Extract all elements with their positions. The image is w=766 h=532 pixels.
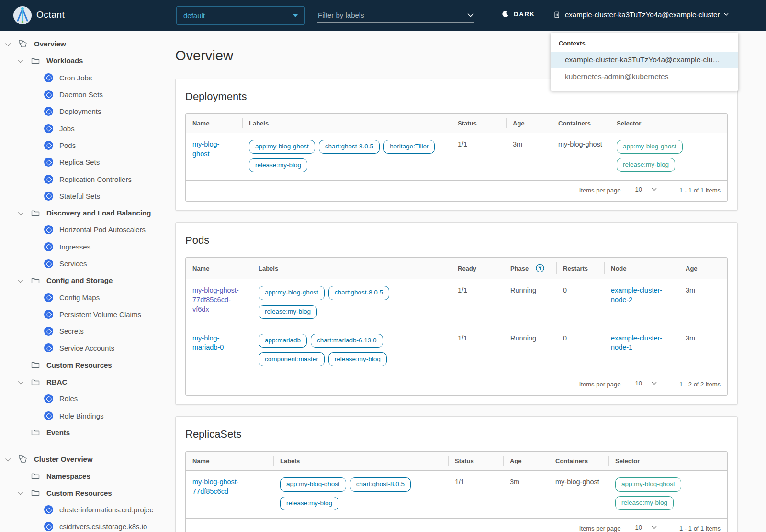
sidebar-item-roles[interactable]: Roles	[0, 390, 166, 407]
age-cell: 3m	[506, 133, 552, 181]
sidebar-item-cluster-overview[interactable]: Cluster Overview	[0, 451, 166, 467]
selector-badge: app:my-blog-ghost	[615, 477, 681, 491]
column-header-phase: Phase	[504, 258, 556, 279]
items-per-page-select[interactable]: 10	[631, 379, 659, 389]
pagination-range: 1 - 1 of 1 items	[679, 187, 721, 194]
items-per-page-select[interactable]: 10	[631, 523, 659, 532]
sidebar-item-rbac[interactable]: RBAC	[0, 374, 166, 390]
folder-icon	[30, 275, 40, 285]
sidebar-item-workloads[interactable]: Workloads	[0, 52, 166, 69]
folder-icon	[30, 428, 40, 438]
label-badge[interactable]: release:my-blog	[259, 305, 317, 319]
chevron-down-icon[interactable]	[5, 41, 11, 47]
status-cell: 1/1	[451, 133, 506, 181]
replicasets-table: Name Labels Status Age Containers Select…	[185, 451, 728, 532]
pod-name-link[interactable]: my-blog-mariadb-0	[192, 334, 224, 351]
sidebar-item-jobs[interactable]: Jobs	[0, 120, 166, 136]
label-badge[interactable]: app:mariadb	[259, 334, 307, 348]
filter-icon[interactable]	[535, 263, 545, 273]
sidebar-item-custom-resources[interactable]: Custom Resources	[0, 357, 166, 374]
sidebar-item-config-maps[interactable]: Config Maps	[0, 289, 166, 306]
label-badge[interactable]: chart:ghost-8.0.5	[319, 140, 380, 154]
chevron-down-icon[interactable]	[17, 57, 24, 64]
main-content: Overview Deployments Name Labels Status …	[166, 31, 766, 532]
table-header-row: Name Labels Status Age Containers Select…	[186, 452, 728, 471]
context-menu-item-example-cluster[interactable]: example-cluster-ka3TuTzYo4a@example-clu…	[551, 52, 738, 68]
sidebar-item-stateful-sets[interactable]: Stateful Sets	[0, 188, 166, 204]
label-badge[interactable]: app:my-blog-ghost	[249, 140, 315, 154]
sidebar-item-role-bindings[interactable]: Role Bindings	[0, 407, 166, 424]
label-badge[interactable]: release:my-blog	[328, 352, 387, 366]
sidebar-item-secrets[interactable]: Secrets	[0, 323, 166, 340]
label-filter	[317, 8, 474, 23]
sidebar-item-clusterinformations-crd[interactable]: clusterinformations.crd.projec	[0, 501, 166, 518]
chevron-down-icon[interactable]	[467, 13, 474, 17]
chevron-placeholder	[17, 362, 24, 368]
sidebar-item-cron-jobs[interactable]: Cron Jobs	[0, 69, 166, 86]
column-header-age: Age	[506, 114, 552, 133]
chevron-down-icon[interactable]	[17, 379, 24, 385]
replicaset-name-link[interactable]: my-blog-ghost-77df85c6cd	[192, 478, 239, 495]
label-badge[interactable]: chart:mariadb-6.13.0	[311, 334, 383, 348]
label-badge[interactable]: app:my-blog-ghost	[280, 477, 346, 491]
node-link[interactable]: example-cluster-node-2	[611, 286, 662, 304]
crd-icon	[44, 505, 53, 514]
sidebar-item-discovery-and-load-balancing[interactable]: Discovery and Load Balancing	[0, 204, 166, 221]
table-header-row: Name Labels Status Age Containers Select…	[186, 114, 728, 133]
chevron-down-icon	[293, 14, 298, 17]
sidebar-item-config-and-storage[interactable]: Config and Storage	[0, 272, 166, 289]
ready-cell: 1/1	[451, 279, 504, 327]
filter-by-labels-input[interactable]	[317, 11, 467, 19]
cronjob-icon	[44, 73, 53, 82]
pod-name-link[interactable]: my-blog-ghost-77df85c6cd-vf6dx	[192, 286, 239, 313]
chevron-down-icon[interactable]	[17, 489, 24, 496]
app-header: Octant default DARK example-cluster-ka3T…	[0, 0, 766, 31]
sidebar-item-replica-sets[interactable]: Replica Sets	[0, 154, 166, 170]
contexts-menu: Contexts example-cluster-ka3TuTzYo4a@exa…	[551, 33, 738, 91]
sidebar-item-pods[interactable]: Pods	[0, 137, 166, 154]
label-badge[interactable]: chart:ghost-8.0.5	[350, 477, 411, 491]
sidebar-item-events[interactable]: Events	[0, 424, 166, 441]
sidebar-item-namespaces[interactable]: Namespaces	[0, 467, 166, 484]
folder-icon	[30, 56, 40, 66]
sidebar-item-persistent-volume-claims[interactable]: Persistent Volume Claims	[0, 306, 166, 323]
items-per-page-label: Items per page	[579, 381, 621, 388]
pagination: Items per page 10 1 - 1 of 1 items	[186, 180, 727, 201]
column-header-age: Age	[679, 258, 728, 279]
label-badge[interactable]: component:master	[259, 352, 325, 366]
sidebar-item-service-accounts[interactable]: Service Accounts	[0, 340, 166, 356]
column-header-restarts: Restarts	[556, 258, 604, 279]
label-badge[interactable]: heritage:Tiller	[383, 140, 435, 154]
sidebar-item-daemon-sets[interactable]: Daemon Sets	[0, 86, 166, 103]
chevron-down-icon[interactable]	[17, 210, 24, 216]
context-menu-item-kubernetes-admin[interactable]: kubernetes-admin@kubernetes	[551, 68, 738, 85]
sidebar-item-horizontal-pod-autoscalers[interactable]: Horizontal Pod Autoscalers	[0, 221, 166, 238]
status-cell: 1/1	[448, 471, 503, 518]
sidebar-item-overview[interactable]: Overview	[0, 35, 166, 52]
sidebar-item-csidrivers-crd[interactable]: csidrivers.csi.storage.k8s.io	[0, 518, 166, 532]
chevron-down-icon[interactable]	[5, 456, 11, 463]
folder-icon	[30, 471, 40, 481]
label-badge[interactable]: release:my-blog	[249, 158, 307, 172]
chevron-down-icon[interactable]	[17, 277, 24, 284]
node-link[interactable]: example-cluster-node-1	[611, 334, 662, 351]
label-badge[interactable]: chart:ghost-8.0.5	[328, 286, 389, 300]
sidebar-item-ingresses[interactable]: Ingresses	[0, 238, 166, 255]
label-badge[interactable]: app:my-blog-ghost	[259, 286, 325, 300]
applications-icon	[18, 454, 28, 464]
deployment-name-link[interactable]: my-blog-ghost	[192, 140, 219, 158]
context-switcher-button[interactable]: example-cluster-ka3TuTzYo4a@example-clus…	[553, 11, 729, 19]
dark-mode-toggle[interactable]: DARK	[501, 10, 535, 18]
sidebar-item-deployments[interactable]: Deployments	[0, 103, 166, 120]
sidebar-item-replication-controllers[interactable]: Replication Controllers	[0, 170, 166, 187]
sidebar-item-cluster-custom-resources[interactable]: Custom Resources	[0, 485, 166, 501]
namespace-select[interactable]: default	[176, 6, 305, 25]
cluster-icon	[553, 11, 561, 19]
crd-icon	[44, 522, 53, 531]
sidebar-item-services[interactable]: Services	[0, 255, 166, 272]
items-per-page-select[interactable]: 10	[631, 185, 659, 195]
column-header-labels: Labels	[273, 452, 448, 471]
items-per-page-value: 10	[635, 380, 642, 387]
label-badge[interactable]: release:my-blog	[280, 497, 338, 510]
serviceaccount-icon	[44, 343, 53, 352]
